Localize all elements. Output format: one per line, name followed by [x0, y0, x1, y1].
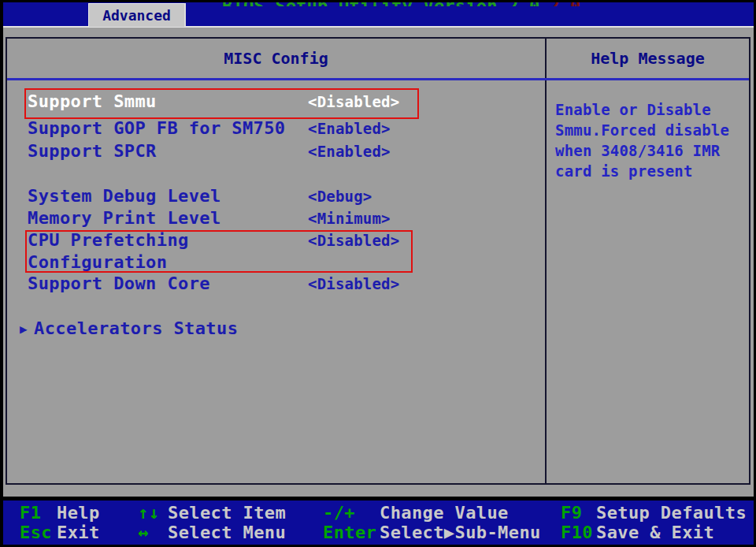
key-enter: Enter	[323, 523, 380, 542]
menu-item-support-down-core[interactable]: Support Down Core <Disabled>	[7, 275, 545, 292]
hint-setup-defaults: F9Setup Defaults	[561, 504, 747, 523]
help-line: Enable or Disable	[555, 99, 749, 120]
help-line: card is present	[555, 161, 749, 181]
hint-select-item: ↑↓Select Item	[138, 504, 286, 523]
menu-item-memory-print-level[interactable]: Memory Print Level <Minimum>	[7, 210, 545, 227]
key-f9: F9	[561, 504, 596, 523]
submenu-arrow-icon: ▶	[20, 322, 28, 337]
key-up-down-arrows-icon: ↑↓	[138, 504, 168, 523]
item-label: Support Down Core	[28, 274, 210, 293]
header-separator	[7, 78, 749, 80]
item-label: Support GOP FB for SM750	[28, 118, 285, 138]
item-label: Support SPCR	[28, 141, 157, 161]
item-value: <Minimum>	[308, 210, 391, 226]
item-value: <Enabled>	[308, 143, 391, 159]
item-label: Memory Print Level	[28, 208, 221, 228]
item-value: <Debug>	[308, 188, 372, 204]
key-f10: F10	[561, 523, 596, 542]
annotation-box-support-smmu	[24, 88, 419, 119]
menu-item-system-debug-level[interactable]: System Debug Level <Debug>	[7, 188, 545, 205]
help-line: Smmu.Forced disable	[555, 120, 749, 140]
hint-save-exit: F10Save & Exit	[561, 523, 714, 542]
title-version-fragment: 2.0	[549, 0, 580, 6]
panel-title-misc-config: MISC Config	[7, 49, 545, 68]
hint-esc-exit: EscExit	[20, 523, 100, 542]
title-fragment: BIOS Setup Utility Version 2.0	[222, 0, 539, 6]
item-label: System Debug Level	[28, 186, 221, 206]
annotation-box-cpu-prefetching	[25, 230, 413, 273]
tab-advanced[interactable]: Advanced	[88, 3, 184, 27]
panel-divider	[545, 39, 547, 483]
menu-item-support-gop-fb[interactable]: Support GOP FB for SM750 <Enabled>	[7, 120, 545, 137]
item-value: <Disabled>	[308, 276, 399, 292]
key-f1: F1	[20, 504, 57, 523]
hint-select-menu: ↔Select Menu	[138, 523, 286, 542]
help-line: when 3408/3416 IMR	[555, 140, 749, 161]
hint-f1-help: F1Help	[20, 504, 100, 523]
hint-select-submenu: EnterSelect▶Sub-Menu	[323, 523, 541, 542]
menu-item-support-spcr[interactable]: Support SPCR <Enabled>	[7, 143, 545, 160]
help-message-body: Enable or Disable Smmu.Forced disable wh…	[555, 99, 749, 181]
item-value: <Enabled>	[308, 121, 391, 136]
key-legend-bar: F1Help ↑↓Select Item -/+Change Value F9S…	[0, 500, 756, 547]
key-esc: Esc	[20, 523, 57, 542]
item-label: Accelerators Status	[34, 318, 238, 338]
menu-item-accelerators-status[interactable]: ▶Accelerators Status	[7, 320, 545, 337]
panel-title-help-message: Help Message	[547, 49, 749, 68]
hint-change-value: -/+Change Value	[323, 504, 509, 523]
key-minus-plus: -/+	[323, 504, 380, 523]
key-left-right-arrows-icon: ↔	[138, 523, 168, 542]
